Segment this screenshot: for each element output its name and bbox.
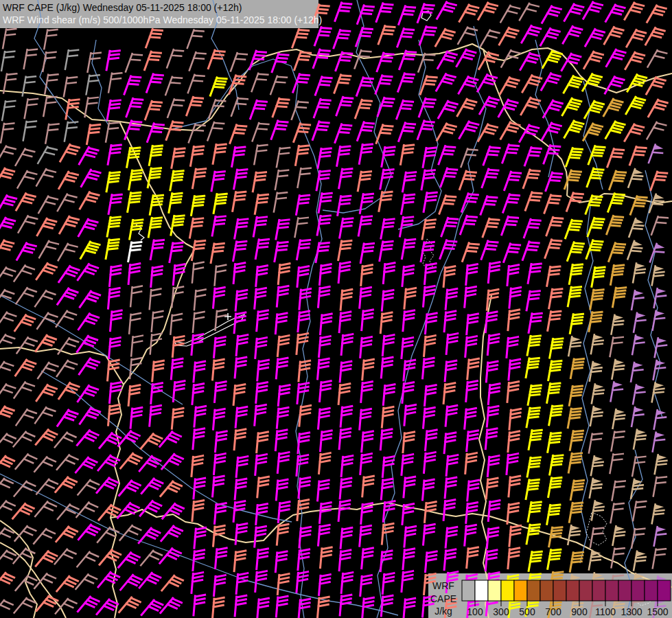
weather-map: 100300500700900110013001500 WRF CAPE J/k… bbox=[0, 0, 672, 618]
colorbar-cell bbox=[592, 580, 605, 601]
legend-tick-label: 900 bbox=[571, 606, 588, 617]
colorbar-cell bbox=[501, 580, 514, 601]
wrf-map-stage: 100300500700900110013001500 WRF CAPE J/k… bbox=[0, 0, 672, 618]
colorbar-cell bbox=[527, 580, 540, 601]
colorbar-cell bbox=[658, 580, 671, 601]
legend-tick-label: 1300 bbox=[621, 606, 642, 617]
colorbar-cell bbox=[645, 580, 658, 601]
colorbar-cell bbox=[488, 580, 501, 601]
colorbar-cell bbox=[632, 580, 645, 601]
legend-tick-label: 300 bbox=[493, 606, 509, 617]
colorbar-cell bbox=[540, 580, 553, 601]
legend-unit-label: J/kg bbox=[435, 606, 452, 617]
legend-tick-label: 100 bbox=[467, 606, 483, 617]
colorbar-cell bbox=[553, 580, 566, 601]
map-title-windshear: WRF Wind shear (m/s) 500/1000hPa Wednesd… bbox=[3, 14, 322, 25]
colorbar-cell bbox=[579, 580, 592, 601]
legend-tick-label: 1500 bbox=[647, 606, 668, 617]
colorbar-cell bbox=[618, 580, 632, 601]
colorbar-cell bbox=[514, 580, 527, 601]
colorbar-cell bbox=[566, 580, 579, 601]
legend-model-label: WRF bbox=[432, 580, 454, 591]
colorbar-cell bbox=[462, 580, 475, 601]
map-title-cape: WRF CAPE (J/kg) Wednesday 05-11-2025 18:… bbox=[3, 2, 242, 13]
legend-tick-label: 1100 bbox=[595, 606, 616, 617]
legend-param-label: CAPE bbox=[430, 593, 456, 604]
colorbar-cell bbox=[475, 580, 488, 601]
colorbar-cell bbox=[605, 580, 618, 601]
legend-tick-label: 500 bbox=[519, 606, 535, 617]
legend-tick-label: 700 bbox=[545, 606, 561, 617]
